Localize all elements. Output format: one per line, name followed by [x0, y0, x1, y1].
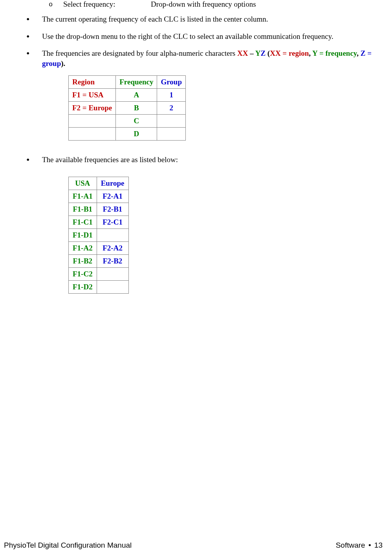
legend-region: XX = region — [270, 49, 309, 57]
cell-usa: F1-B1 — [69, 203, 97, 216]
th-frequency: Frequency — [116, 76, 157, 89]
bullet-item: The available frequencies are as listed … — [26, 155, 388, 165]
cell-europe: F2-A2 — [97, 242, 128, 255]
th-group: Group — [157, 76, 186, 89]
bullet-list-2-wrap: The available frequencies are as listed … — [26, 155, 388, 172]
cell-europe: F2-B2 — [97, 255, 128, 268]
table-row: F1 = USA A 1 — [69, 89, 186, 102]
table-row: D — [69, 128, 186, 141]
cell-usa: F1-C1 — [69, 216, 97, 229]
cell-usa: F1-B2 — [69, 255, 97, 268]
period: . — [64, 59, 66, 68]
cell-usa: F1-A1 — [69, 190, 97, 203]
table-row: F1-C1 F2-C1 — [69, 216, 129, 229]
table-row: F1-A2 F2-A2 — [69, 242, 129, 255]
table-row: F2 = Europe B 2 — [69, 102, 186, 115]
code-z: Z — [260, 49, 266, 57]
cell-frequency: C — [116, 115, 157, 128]
table-header-row: USA Europe — [69, 177, 129, 190]
cell-frequency: D — [116, 128, 157, 141]
footer-section: Software — [336, 541, 365, 549]
footer-page: Software • 13 — [336, 541, 383, 550]
cell-europe — [97, 268, 128, 281]
bullet-list-1: The current operating frequency of each … — [26, 14, 392, 76]
cell-group: 1 — [157, 89, 186, 102]
comma: , — [309, 49, 312, 57]
page: o Select frequency: Drop-down with frequ… — [0, 0, 392, 552]
code-dash: – — [248, 49, 255, 57]
legend-frequency: Y = frequency — [312, 49, 357, 57]
subline-marker: o — [49, 1, 53, 8]
cell-usa: F1-D2 — [69, 281, 97, 294]
cell-group — [157, 128, 186, 141]
bullet-item: The frequencies are designated by four a… — [26, 48, 392, 68]
table-row: F1-C2 — [69, 268, 129, 281]
bullet-list-2: The available frequencies are as listed … — [26, 155, 388, 165]
cell-group — [157, 115, 186, 128]
available-frequencies-table: USA Europe F1-A1 F2-A1 F1-B1 F2-B1 F1-C1… — [68, 177, 129, 294]
table-header-row: Region Frequency Group — [69, 76, 186, 89]
cell-group: 2 — [157, 102, 186, 115]
subline-desc: Drop-down with frequency options — [151, 0, 256, 9]
th-usa: USA — [69, 177, 97, 190]
table1-wrap: Region Frequency Group F1 = USA A 1 F2 =… — [26, 71, 388, 143]
cell-usa: F1-D1 — [69, 229, 97, 242]
table-row: F1-D2 — [69, 281, 129, 294]
code-y: Y — [255, 49, 261, 57]
table-row: F1-A1 F2-A1 — [69, 190, 129, 203]
footer-dot-icon: • — [367, 541, 372, 549]
table-row: C — [69, 115, 186, 128]
bullet-text: Use the drop-down menu to the right of t… — [42, 32, 333, 40]
table-row: F1-D1 — [69, 229, 129, 242]
cell-region — [69, 115, 116, 128]
table2-wrap: USA Europe F1-A1 F2-A1 F1-B1 F2-B1 F1-C1… — [26, 172, 388, 294]
cell-usa: F1-A2 — [69, 242, 97, 255]
cell-region: F1 = USA — [69, 89, 116, 102]
cell-europe: F2-B1 — [97, 203, 128, 216]
comma: , — [357, 49, 361, 57]
bullet-text: The current operating frequency of each … — [42, 15, 268, 23]
cell-frequency: B — [116, 102, 157, 115]
region-frequency-group-table: Region Frequency Group F1 = USA A 1 F2 =… — [68, 75, 186, 141]
cell-europe — [97, 281, 128, 294]
table-row: F1-B2 F2-B2 — [69, 255, 129, 268]
bullet-item: The current operating frequency of each … — [26, 14, 392, 24]
cell-frequency: A — [116, 89, 157, 102]
cell-europe: F2-C1 — [97, 216, 128, 229]
subline-label: Select frequency: — [63, 0, 115, 9]
cell-europe — [97, 229, 128, 242]
bullet-text: The frequencies are designated by four a… — [42, 49, 237, 57]
th-region: Region — [69, 76, 116, 89]
code-xx: XX — [237, 49, 248, 57]
cell-usa: F1-C2 — [69, 268, 97, 281]
footer-page-number: 13 — [374, 541, 383, 549]
cell-europe: F2-A1 — [97, 190, 128, 203]
table-row: F1-B1 F2-B1 — [69, 203, 129, 216]
cell-region: F2 = Europe — [69, 102, 116, 115]
cell-region — [69, 128, 116, 141]
bullet-item: Use the drop-down menu to the right of t… — [26, 31, 392, 42]
footer-title: PhysioTel Digital Configuration Manual — [4, 541, 132, 550]
bullet-text: The available frequencies are as listed … — [42, 155, 178, 164]
th-europe: Europe — [97, 177, 128, 190]
paren-open: ( — [266, 49, 270, 57]
